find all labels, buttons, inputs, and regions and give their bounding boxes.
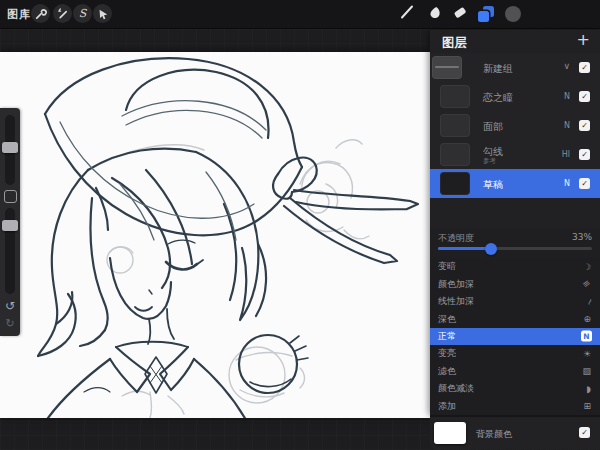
layer-visibility-checkbox[interactable]: ✓	[579, 178, 590, 189]
layer-name: 草稿	[483, 178, 503, 192]
layer-thumbnail	[440, 85, 470, 108]
blend-mode-darker-color[interactable]: 深色 ⊕	[430, 310, 600, 327]
layer-name: 面部	[483, 120, 503, 134]
selection-button[interactable]: S	[73, 4, 92, 23]
blend-mode-badge[interactable]: Hl	[562, 150, 570, 159]
undo-button[interactable]: ↺	[0, 300, 20, 312]
moon-icon: ☽	[583, 262, 591, 271]
blend-mode-color-dodge[interactable]: 颜色减淡 ◗	[430, 380, 600, 397]
blend-mode-linear-burn[interactable]: 线性加深 ≀	[430, 293, 600, 310]
blend-label: 滤色	[438, 365, 456, 378]
canvas-artwork	[0, 52, 430, 418]
opacity-slider-thumb[interactable]	[485, 243, 497, 255]
blend-mode-screen[interactable]: 滤色 ▨	[430, 363, 600, 380]
eraser-icon	[452, 4, 468, 24]
blend-label: 颜色减淡	[438, 382, 474, 395]
blend-mode-badge[interactable]: N	[564, 92, 570, 101]
procreate-app: 图库 S	[0, 0, 600, 450]
modify-button[interactable]	[4, 190, 17, 203]
smudge-tool-button[interactable]	[424, 4, 444, 24]
layers-panel-header: 图层 +	[430, 30, 600, 53]
opacity-section: 不透明度 33%	[430, 228, 600, 259]
chevron-down-icon[interactable]: ∨	[563, 61, 570, 71]
sun-icon: ☀	[583, 349, 591, 358]
blend-mode-color-burn[interactable]: 颜色加深 ≡	[430, 275, 600, 292]
add-layer-button[interactable]: +	[577, 32, 590, 48]
blend-mode-add[interactable]: 添加 ⊞	[430, 398, 600, 415]
actions-button[interactable]	[31, 4, 50, 23]
brush-opacity-handle[interactable]	[2, 220, 18, 231]
color-dodge-icon: ◗	[586, 384, 591, 393]
linear-burn-icon: ≀	[586, 297, 593, 307]
layers-panel-title: 图层	[442, 35, 467, 52]
top-toolbar: 图库 S	[0, 0, 600, 29]
darker-color-icon: ⊕	[583, 315, 591, 324]
layer-visibility-checkbox[interactable]: ✓	[579, 149, 590, 160]
blend-label: 正常	[438, 330, 456, 343]
layers-icon	[478, 6, 494, 22]
layer-row-selected[interactable]: 草稿 N ✓	[430, 169, 600, 198]
opacity-slider-fill	[438, 247, 490, 250]
wrench-icon	[34, 7, 47, 20]
adjustments-button[interactable]	[53, 4, 72, 23]
brush-icon	[399, 4, 415, 24]
layer-thumbnail	[440, 114, 470, 137]
eraser-tool-button[interactable]	[450, 4, 470, 24]
selection-icon: S	[79, 8, 87, 19]
transform-arrow-icon	[97, 8, 109, 20]
current-color-icon	[505, 6, 521, 22]
opacity-label: 不透明度	[438, 232, 474, 245]
brush-sidebar: ↺ ↻	[0, 108, 20, 336]
background-color-swatch[interactable]	[434, 422, 466, 444]
layer-thumbnail	[440, 172, 470, 195]
blend-mode-normal-selected[interactable]: 正常 N	[430, 328, 600, 345]
color-picker-button[interactable]	[503, 4, 523, 24]
color-burn-icon: ≡	[581, 278, 592, 290]
layers-panel: 图层 + 新建组 ∨ ✓ 恋之瞳 N ✓ 面部 N ✓ 勾线 参考 Hl	[430, 30, 600, 417]
layer-row[interactable]: 勾线 参考 Hl ✓	[430, 140, 600, 170]
opacity-value: 33%	[572, 232, 592, 242]
background-visibility-checkbox[interactable]: ✓	[579, 427, 590, 438]
layer-row[interactable]: 恋之瞳 N ✓	[430, 82, 600, 112]
smudge-finger-icon	[427, 5, 442, 24]
blend-label: 变亮	[438, 347, 456, 360]
blend-label: 添加	[438, 400, 456, 413]
layer-thumbnail	[440, 143, 470, 166]
brush-size-handle[interactable]	[2, 142, 18, 153]
gallery-button[interactable]: 图库	[7, 7, 31, 22]
brush-tool-button[interactable]	[397, 4, 417, 24]
group-name: 新建组	[483, 62, 513, 76]
blend-label: 线性加深	[438, 295, 474, 308]
magic-wand-icon	[56, 7, 69, 20]
blend-mode-darken[interactable]: 变暗 ☽	[430, 258, 600, 275]
layer-group-row[interactable]: 新建组 ∨ ✓	[430, 53, 600, 83]
blend-mode-list: 变暗 ☽ 颜色加深 ≡ 线性加深 ≀ 深色 ⊕ 正常 N 变亮 ☀	[430, 258, 600, 415]
normal-blend-icon: N	[581, 331, 592, 342]
layers-panel-button[interactable]	[476, 4, 496, 24]
blend-label: 颜色加深	[438, 278, 474, 291]
blend-label: 深色	[438, 313, 456, 326]
layer-name: 恋之瞳	[483, 91, 513, 105]
layer-reference-tag: 参考	[483, 157, 496, 166]
blend-mode-badge[interactable]: N	[564, 121, 570, 130]
background-color-label: 背景颜色	[476, 428, 512, 441]
group-thumbnail	[432, 56, 462, 79]
background-color-row[interactable]: 背景颜色 ✓	[430, 415, 600, 449]
add-icon: ⊞	[583, 402, 591, 411]
layer-row[interactable]: 面部 N ✓	[430, 111, 600, 141]
screen-icon: ▨	[582, 367, 591, 376]
transform-button[interactable]	[93, 4, 112, 23]
drawing-canvas[interactable]	[0, 52, 430, 418]
redo-button[interactable]: ↻	[0, 318, 20, 329]
blend-mode-badge[interactable]: N	[564, 179, 570, 188]
group-visibility-checkbox[interactable]: ✓	[579, 62, 590, 73]
blend-label: 变暗	[438, 260, 456, 273]
layer-visibility-checkbox[interactable]: ✓	[579, 120, 590, 131]
layer-visibility-checkbox[interactable]: ✓	[579, 91, 590, 102]
blend-mode-lighten[interactable]: 变亮 ☀	[430, 345, 600, 362]
